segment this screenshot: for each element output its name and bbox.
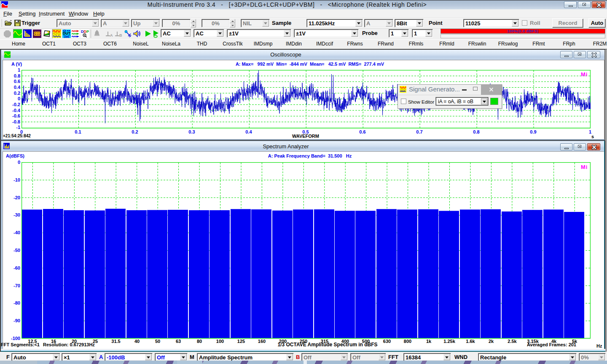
svg-text:B: B	[119, 33, 122, 37]
svg-text:P: P	[86, 29, 89, 34]
svg-text:A: A	[110, 33, 113, 37]
svg-text:ooo: ooo	[64, 35, 70, 38]
svg-text:888: 888	[34, 31, 41, 37]
svg-text:DUT: DUT	[63, 31, 71, 35]
